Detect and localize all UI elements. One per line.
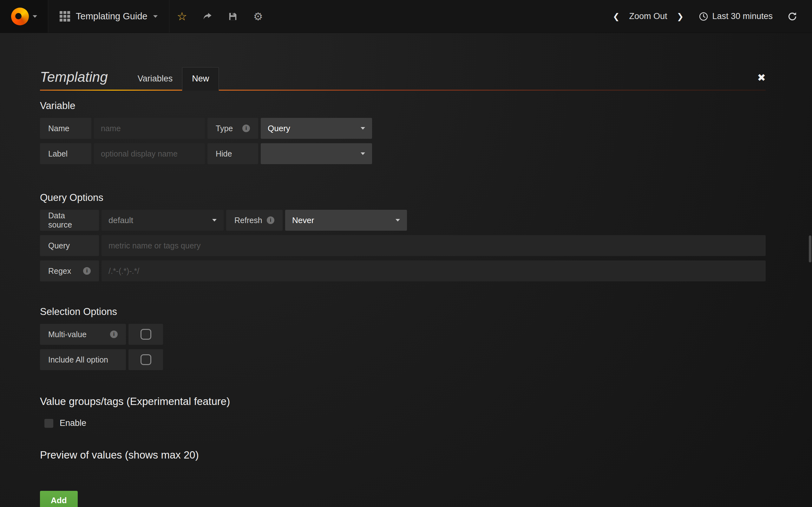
datasource-label: Data source	[40, 210, 99, 231]
type-label: Type i	[207, 118, 258, 139]
chevron-right-icon: ❯	[677, 12, 684, 21]
gear-icon: ⚙	[253, 11, 263, 22]
page-title: Templating	[40, 69, 108, 90]
info-icon[interactable]: i	[242, 124, 250, 132]
info-icon[interactable]: i	[267, 216, 274, 224]
enable-checkbox[interactable]	[44, 419, 53, 428]
checkbox-icon	[141, 354, 151, 365]
include-all-label: Include All option	[40, 349, 126, 370]
chevron-down-icon	[212, 219, 217, 222]
chevron-down-icon	[361, 153, 365, 155]
variable-label-input[interactable]	[94, 143, 205, 164]
navbar-actions: ☆ ⚙	[169, 0, 271, 33]
regex-input[interactable]	[101, 261, 766, 281]
chevron-down-icon	[153, 15, 158, 18]
variable-section: Variable Name Type i Query Label Hide	[40, 100, 766, 164]
label-label: Label	[40, 143, 91, 164]
navbar-right: ❮ Zoom Out ❯ Last 30 minutes	[606, 0, 812, 33]
time-shift-left-button[interactable]: ❮	[606, 0, 627, 33]
type-label-text: Type	[216, 124, 233, 133]
selection-options-section: Selection Options Multi-value i Include …	[40, 306, 766, 370]
tab-bar: Variables New	[128, 67, 219, 90]
share-dashboard-button[interactable]	[195, 0, 220, 33]
zoom-out-button[interactable]: Zoom Out	[627, 0, 670, 33]
variable-name-input[interactable]	[94, 118, 205, 139]
save-dashboard-button[interactable]	[220, 0, 246, 33]
type-select-value: Query	[268, 124, 290, 133]
query-input[interactable]	[101, 235, 766, 256]
checkbox-icon	[141, 329, 151, 340]
query-row: Query	[40, 235, 766, 256]
tab-variables[interactable]: Variables	[128, 67, 183, 90]
include-all-row: Include All option	[40, 349, 766, 370]
refresh-icon	[787, 11, 798, 21]
star-icon: ☆	[177, 11, 187, 22]
variable-heading: Variable	[40, 100, 766, 112]
chevron-down-icon	[396, 219, 400, 222]
include-all-checkbox[interactable]	[129, 349, 163, 370]
dashboard-grid-icon	[60, 11, 70, 21]
preview-heading: Preview of values (shows max 20)	[40, 449, 766, 461]
info-icon[interactable]: i	[110, 331, 118, 338]
preview-section: Preview of values (shows max 20)	[40, 449, 766, 461]
tab-new[interactable]: New	[182, 67, 219, 91]
datasource-select[interactable]: default	[101, 210, 223, 231]
time-shift-right-button[interactable]: ❯	[670, 0, 691, 33]
time-picker-button[interactable]: Last 30 minutes	[691, 0, 781, 33]
dashboard-settings-button[interactable]: ⚙	[246, 0, 271, 33]
tab-accent-line	[40, 90, 766, 91]
regex-label: Regex i	[40, 261, 99, 281]
enable-row: Enable	[40, 418, 766, 428]
type-select[interactable]: Query	[261, 118, 372, 139]
query-options-heading: Query Options	[40, 192, 766, 204]
refresh-select-value: Never	[292, 216, 314, 225]
dashboard-title: Templating Guide	[76, 11, 148, 21]
info-icon[interactable]: i	[83, 267, 91, 275]
refresh-label: Refresh i	[226, 210, 283, 231]
chevron-left-icon: ❮	[613, 12, 620, 21]
share-icon	[202, 11, 212, 21]
hide-label: Hide	[207, 143, 258, 164]
navbar: Templating Guide ☆ ⚙ ❮	[0, 0, 812, 33]
datasource-row: Data source default Refresh i Never	[40, 210, 766, 231]
save-icon	[228, 12, 238, 21]
variable-label-row: Label Hide	[40, 143, 766, 164]
chevron-down-icon	[361, 127, 365, 130]
dashboard-title-button[interactable]: Templating Guide	[48, 0, 169, 33]
add-button[interactable]: Add	[40, 491, 78, 507]
chevron-down-icon	[33, 15, 37, 18]
multi-value-checkbox[interactable]	[129, 324, 163, 345]
clock-icon	[699, 12, 708, 21]
regex-row: Regex i	[40, 261, 766, 281]
close-icon[interactable]: ✖	[757, 72, 766, 90]
value-groups-heading: Value groups/tags (Experimental feature)	[40, 395, 766, 407]
hide-select[interactable]	[261, 143, 372, 164]
refresh-dashboard-button[interactable]	[781, 0, 804, 33]
refresh-select[interactable]: Never	[285, 210, 407, 231]
selection-options-heading: Selection Options	[40, 306, 766, 318]
refresh-label-text: Refresh	[235, 216, 262, 225]
variable-name-row: Name Type i Query	[40, 118, 766, 139]
templating-header: Templating Variables New ✖	[40, 33, 766, 90]
star-dashboard-button[interactable]: ☆	[169, 0, 195, 33]
templating-editor: Templating Variables New ✖ Variable Name…	[0, 33, 812, 507]
datasource-select-value: default	[108, 216, 133, 225]
scrollbar-thumb[interactable]	[809, 235, 811, 262]
grafana-menu-button[interactable]	[0, 0, 48, 33]
name-label: Name	[40, 118, 91, 139]
grafana-logo-icon	[11, 8, 29, 25]
regex-label-text: Regex	[48, 267, 71, 276]
multi-value-label-text: Multi-value	[48, 330, 87, 339]
value-groups-section: Value groups/tags (Experimental feature)…	[40, 395, 766, 428]
multi-value-row: Multi-value i	[40, 324, 766, 345]
grafana-app: Templating Guide ☆ ⚙ ❮	[0, 0, 812, 507]
time-range-label: Last 30 minutes	[712, 11, 773, 21]
query-label: Query	[40, 235, 99, 256]
zoom-out-label: Zoom Out	[629, 11, 667, 21]
multi-value-label: Multi-value i	[40, 324, 126, 345]
query-options-section: Query Options Data source default Refres…	[40, 192, 766, 281]
enable-label: Enable	[60, 418, 86, 428]
